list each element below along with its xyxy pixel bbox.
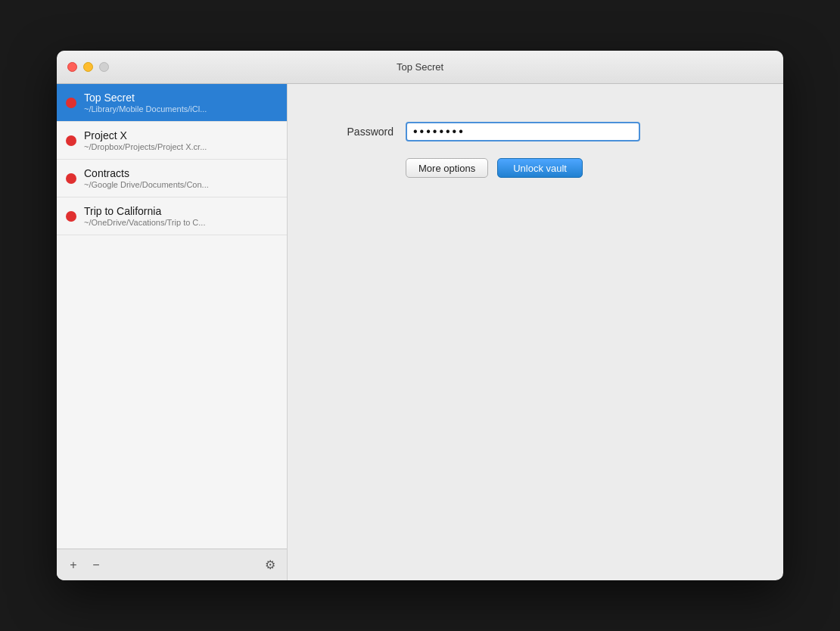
vault-status-dot (66, 173, 76, 184)
title-bar: Top Secret (57, 51, 783, 84)
sidebar: Top Secret~/Library/Mobile Documents/iCl… (57, 84, 288, 580)
maximize-button[interactable] (99, 62, 109, 72)
vault-status-dot (66, 135, 76, 146)
vault-status-dot (66, 211, 76, 222)
vault-item-path: ~/Dropbox/Projects/Project X.cr... (84, 142, 278, 151)
app-window: Top Secret Top Secret~/Library/Mobile Do… (57, 51, 783, 580)
password-input[interactable] (406, 122, 640, 141)
vault-status-dot (66, 98, 76, 108)
vault-list: Top Secret~/Library/Mobile Documents/iCl… (57, 84, 287, 549)
vault-item-info: Trip to California~/OneDrive/Vacations/T… (84, 205, 278, 227)
window-title: Top Secret (397, 61, 443, 73)
vault-list-item[interactable]: Trip to California~/OneDrive/Vacations/T… (57, 197, 287, 235)
main-content: Top Secret~/Library/Mobile Documents/iCl… (57, 84, 783, 580)
vault-item-name: Contracts (84, 167, 278, 179)
vault-list-item[interactable]: Contracts~/Google Drive/Documents/Con... (57, 160, 287, 197)
close-button[interactable] (67, 62, 77, 72)
vault-item-info: Project X~/Dropbox/Projects/Project X.cr… (84, 129, 278, 151)
sidebar-toolbar: + − ⚙ (57, 549, 287, 580)
unlock-vault-button[interactable]: Unlock vault (497, 158, 583, 178)
vault-item-info: Top Secret~/Library/Mobile Documents/iCl… (84, 92, 278, 113)
vault-item-path: ~/Google Drive/Documents/Con... (84, 180, 278, 189)
right-panel: Password More options Unlock vault (288, 84, 783, 580)
vault-item-path: ~/Library/Mobile Documents/iCl... (84, 104, 278, 113)
vault-item-info: Contracts~/Google Drive/Documents/Con... (84, 167, 278, 189)
password-label: Password (333, 126, 394, 138)
vault-item-name: Trip to California (84, 205, 278, 217)
add-vault-button[interactable]: + (63, 556, 84, 574)
more-options-button[interactable]: More options (406, 158, 488, 178)
traffic-lights (67, 62, 109, 72)
minimize-button[interactable] (83, 62, 93, 72)
buttons-row: More options Unlock vault (406, 158, 583, 178)
vault-item-name: Project X (84, 129, 278, 141)
vault-item-name: Top Secret (84, 92, 278, 104)
vault-list-item[interactable]: Top Secret~/Library/Mobile Documents/iCl… (57, 84, 287, 122)
vault-list-item[interactable]: Project X~/Dropbox/Projects/Project X.cr… (57, 122, 287, 160)
vault-item-path: ~/OneDrive/Vacations/Trip to C... (84, 218, 278, 227)
password-row: Password (333, 122, 640, 141)
settings-button[interactable]: ⚙ (260, 556, 281, 574)
remove-vault-button[interactable]: − (86, 556, 107, 574)
